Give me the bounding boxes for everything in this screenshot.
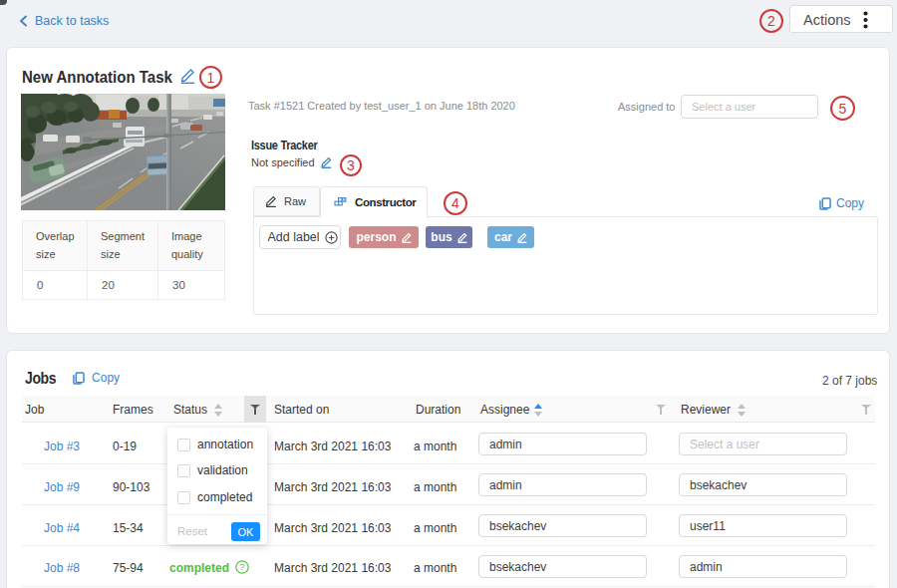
svg-text:?: ? — [239, 561, 244, 572]
